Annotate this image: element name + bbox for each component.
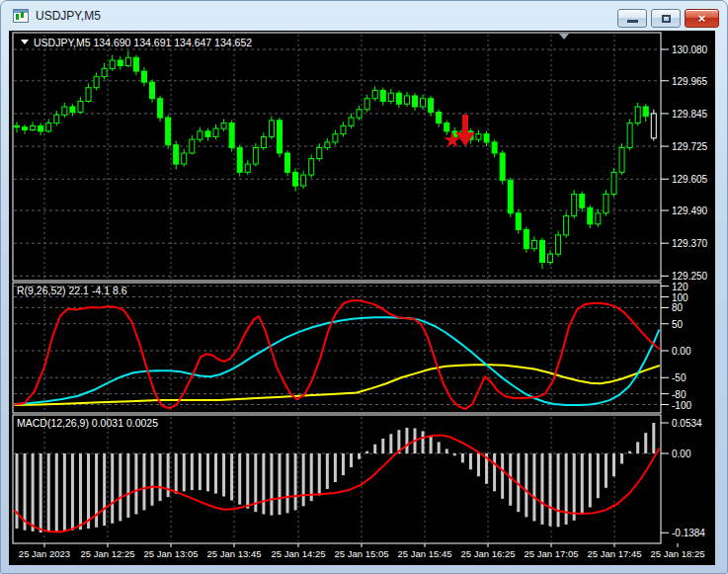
minimize-button[interactable] [617,9,647,28]
titlebar[interactable]: USDJPY,M5 × [1,1,727,31]
caption-buttons: × [617,9,719,28]
window-title: USDJPY,M5 [36,9,101,23]
close-icon: × [698,12,706,25]
chart-window: USDJPY,M5 × 130.080129.965129.845129.725… [0,0,728,574]
minimize-icon [627,20,638,23]
chart-client-area[interactable] [9,31,715,565]
restore-icon [662,15,671,23]
close-button[interactable]: × [685,9,719,28]
chart-window-icon [13,9,29,23]
restore-button[interactable] [651,9,681,28]
